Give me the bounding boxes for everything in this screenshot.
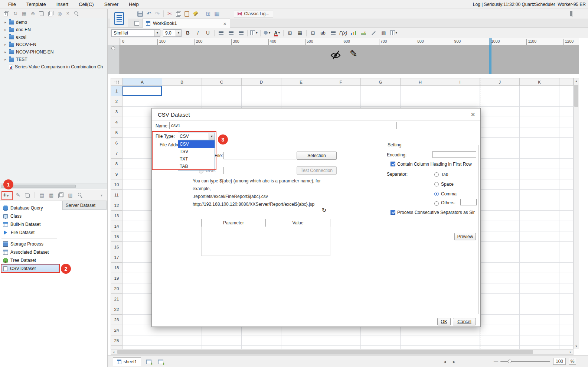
- cell-k11[interactable]: [520, 190, 559, 200]
- name-input[interactable]: csv1: [169, 122, 397, 129]
- scroll-left-icon[interactable]: ◂: [111, 350, 116, 355]
- preview-dataset-icon[interactable]: ▤: [40, 193, 44, 198]
- dataset-item-built-in-dataset[interactable]: Built-in Dataset: [0, 220, 108, 228]
- dialog-titlebar[interactable]: CSV Dataset ×: [152, 108, 480, 121]
- bold-button[interactable]: B: [184, 29, 192, 37]
- search-template-icon[interactable]: [74, 11, 79, 16]
- edit-dataset-icon[interactable]: ✎: [16, 192, 20, 198]
- row-header-7[interactable]: 7: [111, 148, 122, 159]
- search-dataset-icon[interactable]: [78, 192, 83, 198]
- row-header-5[interactable]: 5: [111, 127, 122, 138]
- cell-b25[interactable]: [162, 335, 202, 346]
- cell-j10[interactable]: [480, 179, 520, 190]
- cell-j18[interactable]: [480, 263, 520, 273]
- tree-folder-ncov-en[interactable]: ▸NCOV-EN: [0, 41, 108, 48]
- cell-j9[interactable]: [480, 169, 520, 179]
- cell-j17[interactable]: [480, 252, 520, 263]
- row-header-11[interactable]: 11: [111, 190, 122, 200]
- cell-k20[interactable]: [520, 283, 559, 294]
- select-all-corner[interactable]: [111, 78, 122, 86]
- prev-sheet-icon[interactable]: ◂: [444, 359, 446, 364]
- tree-folder-ncov-phone-en[interactable]: ▸NCOV-PHONE-EN: [0, 48, 108, 56]
- chevron-down-icon[interactable]: ▼: [154, 30, 160, 36]
- stack-icon[interactable]: ▥: [68, 193, 72, 198]
- next-sheet-icon[interactable]: ▸: [453, 359, 455, 364]
- tab-sheet1[interactable]: sheet1: [113, 357, 141, 366]
- fill-color-select[interactable]: ▾: [263, 29, 271, 37]
- locate-icon[interactable]: ◎: [58, 11, 62, 16]
- delete-dataset-icon[interactable]: [25, 192, 30, 198]
- add-chart-sheet-icon[interactable]: [158, 360, 163, 364]
- process-consecutive-checkbox[interactable]: [391, 210, 395, 215]
- log-status-text[interactable]: Log | Seriously:11:32:00 QuartzScheduler…: [473, 0, 586, 9]
- cell-k13[interactable]: [520, 211, 559, 221]
- menu-help[interactable]: Help: [124, 0, 144, 9]
- paste-icon[interactable]: [184, 11, 189, 17]
- cell-k9[interactable]: [520, 169, 559, 179]
- scrollbar-thumb[interactable]: [574, 85, 578, 107]
- cell-k19[interactable]: [520, 273, 559, 283]
- separator-option-comma[interactable]: Comma: [434, 189, 457, 199]
- column-header-i[interactable]: I: [440, 78, 480, 86]
- text-button[interactable]: ab: [319, 29, 327, 37]
- dataset-item-associated-dataset[interactable]: Associated Dataset: [0, 248, 108, 256]
- cell-j8[interactable]: [480, 159, 520, 169]
- tree-folder-demo[interactable]: ▸demo: [0, 19, 108, 26]
- row-header-14[interactable]: 14: [111, 221, 122, 231]
- menu-insert[interactable]: Insert: [51, 0, 74, 9]
- row-header-8[interactable]: 8: [111, 159, 122, 169]
- menu-server[interactable]: Server: [99, 0, 124, 9]
- theme-button[interactable]: Classic Lig...: [234, 10, 273, 17]
- menu-file[interactable]: File: [3, 0, 21, 9]
- chevron-down-icon[interactable]: ▼: [176, 30, 181, 36]
- cell-j4[interactable]: [480, 117, 520, 127]
- cell-g1[interactable]: [361, 86, 401, 96]
- row-header-24[interactable]: 24: [111, 325, 122, 335]
- cancel-button[interactable]: Cancel: [453, 318, 476, 325]
- cell-d25[interactable]: [242, 335, 281, 346]
- row-header-17[interactable]: 17: [111, 252, 122, 263]
- cell-width-icon[interactable]: ⊟: [309, 29, 317, 37]
- vertical-scrollbar[interactable]: ▲ ▼: [574, 78, 579, 349]
- row-header-16[interactable]: 16: [111, 242, 122, 252]
- cell-f25[interactable]: [321, 335, 361, 346]
- page-setup-icon[interactable]: ▦: [214, 10, 219, 17]
- row-header-4[interactable]: 4: [111, 117, 122, 127]
- radio-icon[interactable]: [434, 192, 439, 196]
- cell-d2[interactable]: [242, 96, 281, 107]
- align-center-icon[interactable]: [227, 29, 235, 37]
- open-template-icon[interactable]: [4, 11, 9, 16]
- cell-g2[interactable]: [361, 96, 401, 107]
- border-style-select[interactable]: ▾: [390, 29, 397, 37]
- radio-icon[interactable]: [434, 172, 439, 177]
- cell-j21[interactable]: [480, 294, 520, 304]
- encoding-input[interactable]: [432, 151, 476, 158]
- cell-j5[interactable]: [480, 127, 520, 138]
- cell-k10[interactable]: [520, 179, 559, 190]
- chart-button[interactable]: [350, 29, 357, 37]
- separator-option-tab[interactable]: Tab: [434, 170, 457, 179]
- scrollbar-thumb[interactable]: [117, 350, 533, 354]
- tree-folder-excel[interactable]: ▸excel: [0, 33, 108, 41]
- scroll-right-icon[interactable]: ▸: [568, 350, 573, 355]
- cell-k4[interactable]: [520, 117, 559, 127]
- scroll-up-icon[interactable]: ▲: [574, 78, 579, 84]
- cell-j16[interactable]: [480, 242, 520, 252]
- cell-k1[interactable]: [520, 86, 559, 96]
- column-header-c[interactable]: C: [202, 78, 242, 86]
- collapse-handle-icon[interactable]: [111, 46, 115, 50]
- refresh-icon[interactable]: ↻: [322, 207, 327, 214]
- dataset-item-tree-dataset[interactable]: Tree Dataset: [0, 256, 108, 264]
- cell-j3[interactable]: [480, 107, 520, 117]
- ok-button[interactable]: OK: [437, 318, 451, 325]
- cell-d1[interactable]: [242, 86, 281, 96]
- cell-k5[interactable]: [520, 127, 559, 138]
- cell-h25[interactable]: [401, 335, 440, 346]
- cell-k2[interactable]: [520, 96, 559, 107]
- row-header-2[interactable]: 2: [111, 96, 122, 107]
- expand-icon[interactable]: ▸: [4, 28, 7, 32]
- cell-f1[interactable]: [321, 86, 361, 96]
- column-header-a[interactable]: A: [122, 78, 162, 86]
- copy-dataset-icon[interactable]: [58, 192, 63, 198]
- cell-j7[interactable]: [480, 148, 520, 159]
